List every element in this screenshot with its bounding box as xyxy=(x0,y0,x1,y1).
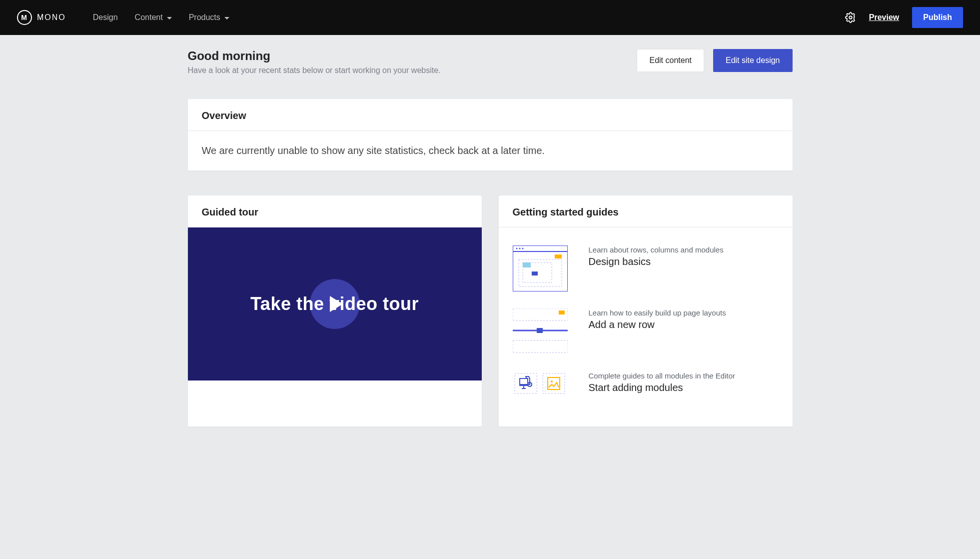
topbar-right: Preview Publish xyxy=(845,7,963,28)
guide-text: Learn about rows, columns and modules De… xyxy=(589,246,724,268)
svg-rect-12 xyxy=(559,310,565,314)
guides-list: Learn about rows, columns and modules De… xyxy=(499,228,793,426)
video-tour-button[interactable]: Take the video tour xyxy=(188,228,482,380)
brand-text: MONO xyxy=(37,13,66,22)
svg-rect-19 xyxy=(548,378,560,390)
svg-rect-18 xyxy=(543,374,565,394)
cards-grid: Guided tour Take the video tour Getting … xyxy=(188,196,793,426)
overview-title: Overview xyxy=(188,99,793,131)
guides-card: Getting started guides xyxy=(499,196,793,426)
guide-add-row[interactable]: Learn how to easily build up page layout… xyxy=(513,308,779,354)
publish-button[interactable]: Publish xyxy=(912,7,963,28)
guide-kicker: Learn how to easily build up page layout… xyxy=(589,308,726,317)
guide-text: Complete guides to all modules in the Ed… xyxy=(589,372,736,394)
edit-content-button[interactable]: Edit content xyxy=(637,49,704,72)
page-subtitle: Have a look at your recent stats below o… xyxy=(188,66,441,75)
video-tour-label: Take the video tour xyxy=(250,294,419,314)
svg-point-4 xyxy=(522,248,523,250)
page-title: Good morning xyxy=(188,49,441,63)
svg-rect-6 xyxy=(555,254,562,258)
logo[interactable]: M MONO xyxy=(17,10,66,25)
guided-tour-title: Guided tour xyxy=(188,196,482,228)
settings-button[interactable] xyxy=(845,12,856,23)
guide-kicker: Complete guides to all modules in the Ed… xyxy=(589,372,736,380)
svg-rect-14 xyxy=(537,328,543,333)
guides-title: Getting started guides xyxy=(499,196,793,228)
nav-products[interactable]: Products xyxy=(189,13,229,22)
svg-rect-10 xyxy=(532,272,538,276)
guide-add-modules[interactable]: Complete guides to all modules in the Ed… xyxy=(513,372,779,416)
svg-rect-1 xyxy=(513,246,568,252)
svg-rect-15 xyxy=(513,340,568,352)
nav-design[interactable]: Design xyxy=(93,13,118,22)
edit-design-button[interactable]: Edit site design xyxy=(713,49,793,72)
hero: Good morning Have a look at your recent … xyxy=(188,49,793,75)
logo-mark-icon: M xyxy=(17,10,32,25)
svg-point-3 xyxy=(519,248,520,250)
page-body: Good morning Have a look at your recent … xyxy=(183,35,798,446)
guide-title: Design basics xyxy=(589,256,724,268)
nav-content[interactable]: Content xyxy=(135,13,172,22)
guide-design-basics[interactable]: Learn about rows, columns and modules De… xyxy=(513,246,779,290)
chevron-down-icon xyxy=(224,17,229,20)
overview-message: We are currently unable to show any site… xyxy=(188,131,793,170)
topbar: M MONO Design Content Products Preview P… xyxy=(0,0,980,35)
guided-tour-card: Guided tour Take the video tour xyxy=(188,196,482,426)
guide-title: Add a new row xyxy=(589,319,726,330)
overview-card: Overview We are currently unable to show… xyxy=(188,99,793,170)
svg-rect-8 xyxy=(523,262,531,268)
modules-icon xyxy=(513,372,568,416)
hero-actions: Edit content Edit site design xyxy=(637,49,792,72)
row-icon xyxy=(513,308,568,354)
layout-icon xyxy=(513,246,568,290)
gear-icon xyxy=(845,12,856,23)
hero-text: Good morning Have a look at your recent … xyxy=(188,49,441,75)
chevron-down-icon xyxy=(167,17,172,20)
guide-title: Start adding modules xyxy=(589,382,736,394)
svg-point-20 xyxy=(551,380,553,382)
svg-point-0 xyxy=(849,16,852,19)
svg-point-2 xyxy=(516,248,517,250)
preview-link[interactable]: Preview xyxy=(869,13,899,22)
guide-text: Learn how to easily build up page layout… xyxy=(589,308,726,330)
nav-links: Design Content Products xyxy=(93,13,229,22)
guide-kicker: Learn about rows, columns and modules xyxy=(589,246,724,254)
